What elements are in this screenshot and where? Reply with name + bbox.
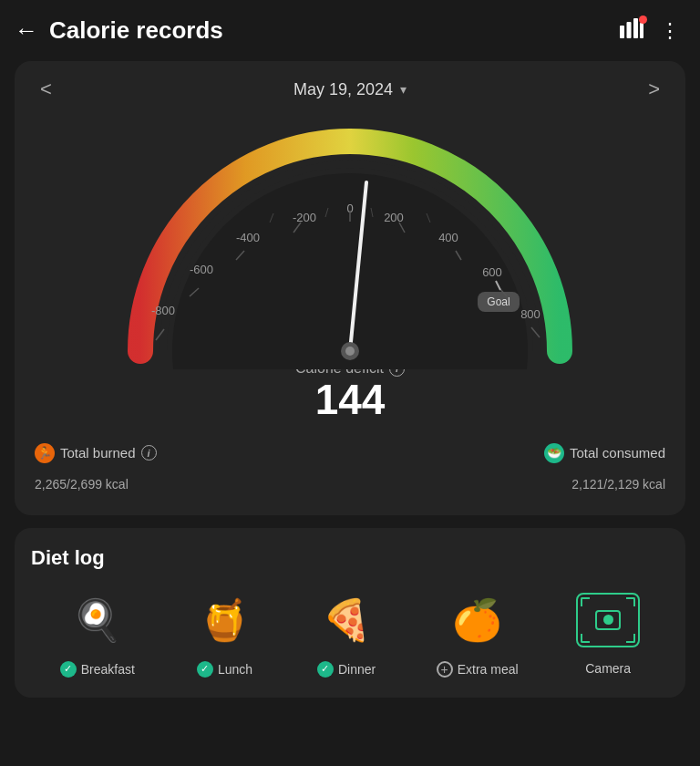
header-left: ← Calorie records [15, 16, 223, 45]
main-card: < May 19, 2024 ▾ > [15, 61, 685, 515]
extra-meal-text: Extra meal [458, 662, 519, 677]
date-label[interactable]: May 19, 2024 ▾ [293, 80, 407, 99]
burned-icon: 🏃 [35, 443, 55, 463]
lunch-text: Lunch [218, 662, 252, 677]
extra-meal-item[interactable]: 🍊 + Extra meal [437, 588, 519, 678]
breakfast-icon: 🍳 [66, 588, 129, 652]
consumed-icon: 🥗 [544, 443, 564, 463]
camera-icon [576, 593, 640, 647]
burned-label: 🏃 Total burned i [35, 443, 157, 463]
svg-text:Goal: Goal [487, 295, 510, 308]
next-date-button[interactable]: > [639, 78, 669, 101]
more-options-button[interactable]: ⋮ [660, 19, 682, 43]
dinner-check-icon: ✓ [317, 661, 334, 678]
stats-row: 🏃 Total burned i 2,265/2,699 kcal 🥗 Tota… [31, 443, 669, 495]
consumed-label-text: Total consumed [570, 445, 665, 461]
breakfast-text: Breakfast [81, 662, 135, 677]
burned-info-icon[interactable]: i [141, 445, 157, 461]
extra-meal-plus-icon: + [437, 661, 453, 678]
date-nav: < May 19, 2024 ▾ > [31, 78, 669, 101]
svg-text:800: 800 [520, 307, 540, 321]
diet-log-card: Diet log 🍳 ✓ Breakfast 🍯 ✓ Lunch 🍕 ✓ Din… [15, 528, 685, 698]
consumed-goal: /2,129 kcal [603, 477, 665, 492]
gauge-container: -800 -600 -400 -200 0 200 400 600 800 [31, 114, 669, 438]
svg-rect-1 [627, 22, 632, 38]
camera-icon-wrapper [576, 588, 640, 652]
svg-text:600: 600 [482, 265, 502, 279]
svg-text:-800: -800 [151, 304, 175, 317]
back-button[interactable]: ← [15, 16, 38, 45]
camera-lens-circle [603, 615, 613, 625]
burned-value: 2,265/2,699 kcal [35, 467, 157, 495]
breakfast-item[interactable]: 🍳 ✓ Breakfast [60, 588, 135, 678]
burned-stat: 🏃 Total burned i 2,265/2,699 kcal [35, 443, 157, 495]
burned-number: 2,265 [35, 477, 67, 492]
dinner-label: ✓ Dinner [317, 661, 376, 678]
svg-text:200: 200 [384, 211, 404, 224]
lunch-label: ✓ Lunch [197, 661, 252, 678]
svg-text:-200: -200 [293, 211, 316, 224]
calorie-deficit-section: Calorie deficit i 144 [295, 360, 405, 423]
extra-meal-label: + Extra meal [437, 661, 519, 678]
burned-goal: /2,699 kcal [67, 477, 129, 492]
date-chevron-icon: ▾ [400, 82, 407, 97]
notification-dot [639, 16, 647, 24]
header: ← Calorie records ⋮ [0, 0, 700, 57]
lunch-icon: 🍯 [193, 588, 257, 652]
svg-text:-400: -400 [236, 231, 260, 244]
breakfast-check-icon: ✓ [60, 661, 77, 678]
dinner-item[interactable]: 🍕 ✓ Dinner [314, 588, 378, 678]
gauge-svg: -800 -600 -400 -200 0 200 400 600 800 [113, 114, 587, 369]
dinner-text: Dinner [338, 662, 376, 677]
camera-item[interactable]: Camera [576, 588, 640, 676]
consumed-label: 🥗 Total consumed [544, 443, 665, 463]
page-title: Calorie records [49, 16, 223, 45]
dinner-icon: 🍕 [314, 588, 378, 652]
svg-point-32 [345, 347, 355, 356]
svg-text:400: 400 [438, 231, 458, 244]
chart-icon[interactable] [620, 18, 643, 44]
diet-items: 🍳 ✓ Breakfast 🍯 ✓ Lunch 🍕 ✓ Dinner 🍊 [31, 588, 669, 678]
lunch-check-icon: ✓ [197, 661, 213, 678]
diet-log-title: Diet log [31, 546, 669, 570]
camera-lens-inner [595, 610, 621, 630]
extra-meal-icon: 🍊 [446, 588, 510, 652]
header-right: ⋮ [620, 18, 682, 44]
consumed-value: 2,121/2,129 kcal [571, 467, 665, 495]
camera-label: Camera [585, 661, 631, 676]
prev-date-button[interactable]: < [31, 78, 61, 101]
deficit-value: 144 [295, 377, 405, 423]
consumed-stat: 🥗 Total consumed 2,121/2,129 kcal [544, 443, 665, 495]
svg-text:-600: -600 [190, 263, 213, 276]
camera-text: Camera [585, 661, 631, 676]
svg-rect-3 [640, 23, 643, 38]
svg-rect-2 [633, 18, 638, 38]
breakfast-label: ✓ Breakfast [60, 661, 135, 678]
svg-rect-0 [620, 26, 624, 38]
current-date: May 19, 2024 [293, 80, 393, 99]
burned-label-text: Total burned [60, 445, 136, 461]
lunch-item[interactable]: 🍯 ✓ Lunch [193, 588, 257, 678]
consumed-number: 2,121 [571, 477, 603, 492]
